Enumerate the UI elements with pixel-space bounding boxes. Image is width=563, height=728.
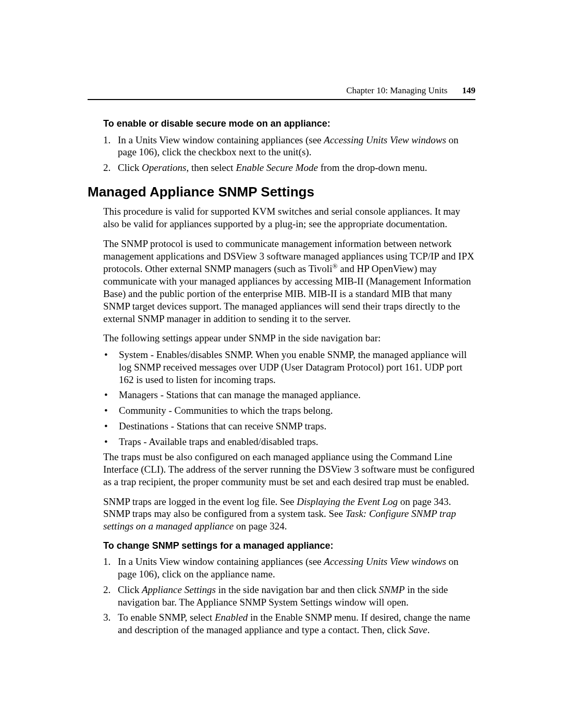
paragraph: The traps must be also configured on eac…: [103, 451, 475, 488]
ref-snmp: SNMP: [379, 584, 405, 595]
ref-enabled: Enabled: [215, 612, 248, 623]
list-item: • Traps - Available traps and enabled/di…: [103, 436, 475, 448]
bullet-icon: •: [103, 349, 119, 386]
ref-appliance-settings: Appliance Settings: [142, 584, 216, 595]
step-3: 3. To enable SNMP, select Enabled in the…: [103, 611, 475, 636]
paragraph: The SNMP protocol is used to communicate…: [103, 238, 475, 325]
chapter-label: Chapter 10: Managing Units: [346, 85, 447, 95]
step-text: Click Appliance Settings in the side nav…: [118, 584, 475, 609]
page: Chapter 10: Managing Units 149 To enable…: [0, 0, 563, 728]
ref-enable-secure-mode: Enable Secure Mode: [236, 162, 318, 173]
list-text: Community - Communities to which the tra…: [119, 404, 475, 417]
list-item: • Community - Communities to which the t…: [103, 404, 475, 417]
step-1: 1. In a Units View window containing app…: [103, 556, 475, 581]
step-2: 2. Click Appliance Settings in the side …: [103, 584, 475, 609]
ref-accessing-units-view: Accessing Units View windows: [324, 556, 446, 567]
procedure-heading-secure-mode: To enable or disable secure mode on an a…: [103, 118, 475, 130]
bullet-icon: •: [103, 436, 119, 448]
list-text: Destinations - Stations that can receive…: [119, 420, 475, 433]
step-number: 3.: [103, 611, 118, 636]
step-2: 2. Click Operations, then select Enable …: [103, 162, 475, 174]
content: To enable or disable secure mode on an a…: [103, 115, 475, 644]
paragraph: This procedure is valid for supported KV…: [103, 205, 475, 230]
section-heading-snmp-settings: Managed Appliance SNMP Settings: [88, 183, 475, 201]
header-rule: [88, 99, 475, 100]
registered-mark-icon: ®: [332, 262, 337, 270]
list-text: System - Enables/disables SNMP. When you…: [119, 349, 475, 386]
step-number: 2.: [103, 584, 118, 609]
paragraph: The following settings appear under SNMP…: [103, 332, 475, 344]
bullet-icon: •: [103, 389, 119, 401]
list-text: Managers - Stations that can manage the …: [119, 389, 475, 401]
bullet-icon: •: [103, 404, 119, 417]
list-item: • Destinations - Stations that can recei…: [103, 420, 475, 433]
list-text: Traps - Available traps and enabled/disa…: [119, 436, 475, 448]
ref-event-log: Displaying the Event Log: [297, 496, 398, 507]
step-text: In a Units View window containing applia…: [118, 134, 475, 159]
running-header: Chapter 10: Managing Units 149: [346, 85, 475, 96]
ref-save: Save: [409, 624, 427, 635]
step-text: To enable SNMP, select Enabled in the En…: [118, 611, 475, 636]
ref-accessing-units-view: Accessing Units View windows: [324, 134, 446, 145]
secure-mode-steps: 1. In a Units View window containing app…: [103, 134, 475, 174]
page-number: 149: [462, 85, 476, 95]
bullet-icon: •: [103, 420, 119, 433]
list-item: • System - Enables/disables SNMP. When y…: [103, 349, 475, 386]
step-number: 1.: [103, 134, 118, 159]
procedure-heading-change-snmp: To change SNMP settings for a managed ap…: [103, 540, 475, 552]
step-1: 1. In a Units View window containing app…: [103, 134, 475, 159]
snmp-settings-list: • System - Enables/disables SNMP. When y…: [103, 349, 475, 448]
list-item: • Managers - Stations that can manage th…: [103, 389, 475, 401]
step-number: 2.: [103, 162, 118, 174]
paragraph: SNMP traps are logged in the event log f…: [103, 496, 475, 533]
change-snmp-steps: 1. In a Units View window containing app…: [103, 556, 475, 636]
step-text: In a Units View window containing applia…: [118, 556, 475, 581]
step-number: 1.: [103, 556, 118, 581]
step-text: Click Operations, then select Enable Sec…: [118, 162, 475, 174]
ref-operations: Operations: [142, 162, 187, 173]
